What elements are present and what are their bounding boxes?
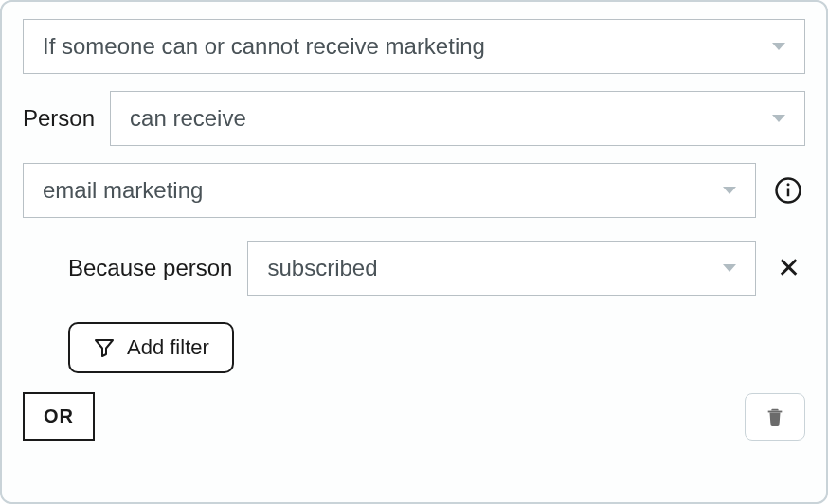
trash-icon: [765, 405, 785, 428]
chevron-down-icon: [772, 115, 785, 122]
condition-type-row: If someone can or cannot receive marketi…: [23, 19, 805, 74]
condition-type-value: If someone can or cannot receive marketi…: [43, 33, 485, 60]
channel-row: email marketing: [23, 163, 805, 218]
delete-condition-button[interactable]: [745, 393, 805, 441]
chevron-down-icon: [723, 264, 736, 272]
person-can-value: can receive: [130, 105, 246, 132]
channel-value: email marketing: [43, 177, 203, 204]
close-icon: ✕: [777, 254, 801, 282]
reason-select[interactable]: subscribed: [247, 241, 756, 296]
reason-row: Because person subscribed ✕: [23, 241, 805, 296]
funnel-icon: [93, 336, 116, 359]
condition-type-select[interactable]: If someone can or cannot receive marketi…: [23, 19, 805, 74]
add-filter-button[interactable]: Add filter: [68, 322, 234, 373]
svg-point-2: [787, 183, 790, 186]
person-row: Person can receive: [23, 91, 805, 146]
add-filter-label: Add filter: [127, 335, 209, 360]
or-button[interactable]: OR: [23, 392, 95, 441]
add-filter-row: Add filter: [23, 322, 805, 373]
channel-select[interactable]: email marketing: [23, 163, 756, 218]
reason-value: subscribed: [267, 255, 377, 281]
chevron-down-icon: [772, 43, 785, 50]
panel-footer: OR: [23, 392, 805, 441]
or-label: OR: [44, 405, 74, 426]
reason-label: Because person: [68, 255, 232, 281]
filter-condition-panel: If someone can or cannot receive marketi…: [0, 0, 828, 504]
person-label: Person: [23, 105, 95, 132]
person-can-select[interactable]: can receive: [110, 91, 805, 146]
info-icon[interactable]: [771, 176, 805, 205]
remove-reason-button[interactable]: ✕: [771, 254, 805, 282]
chevron-down-icon: [723, 187, 736, 194]
svg-marker-3: [96, 340, 113, 356]
